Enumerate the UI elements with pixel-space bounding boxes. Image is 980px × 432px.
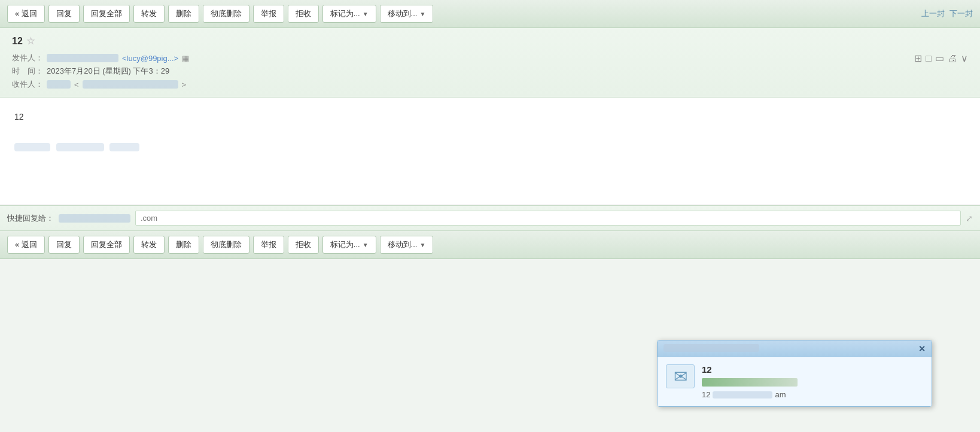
email-subject-row: 12 ☆ (12, 35, 968, 47)
quick-reply-bar: 快捷回复给： ⤢ (0, 205, 980, 231)
from-row: 发件人： <lucy@99pig...> ▦ (12, 53, 189, 63)
to-label: 收件人： (12, 79, 43, 90)
sig-blur-1 (14, 143, 50, 151)
reply-button-top[interactable]: 回复 (48, 5, 80, 23)
email-body-text: 12 (14, 112, 966, 121)
delete-button-top[interactable]: 删除 (168, 5, 199, 23)
more-icon[interactable]: ∨ (961, 53, 968, 64)
mark-as-arrow-bottom-icon: ▼ (363, 242, 369, 248)
from-name-blur (47, 54, 118, 62)
reply-all-button-top[interactable]: 回复全部 (83, 5, 130, 23)
move-to-arrow-icon: ▼ (419, 11, 425, 17)
sig-blur-2 (56, 143, 104, 151)
report-button-bottom[interactable]: 举报 (253, 236, 284, 254)
email-action-icons: ⊞ □ ▭ 🖨 ∨ (914, 53, 968, 64)
move-to-button-top[interactable]: 移动到... ▼ (380, 5, 434, 23)
resize-handle-icon[interactable]: ⤢ (966, 214, 973, 223)
time-row: 时 间： 2023年7月20日 (星期四) 下午3：29 (12, 66, 189, 77)
reject-button-top[interactable]: 拒收 (288, 5, 319, 23)
forward-button-top[interactable]: 转发 (133, 5, 165, 23)
print-icon[interactable]: 🖨 (948, 53, 957, 64)
quick-reply-label: 快捷回复给： (7, 213, 54, 224)
time-label: 时 间： (12, 66, 43, 77)
mark-as-button-bottom[interactable]: 标记为... ▼ (322, 236, 376, 254)
delete-perm-button-top[interactable]: 彻底删除 (203, 5, 249, 23)
sig-blur-3 (109, 143, 139, 151)
to-name-blur (47, 80, 71, 89)
top-toolbar: « 返回 回复 回复全部 转发 删除 彻底删除 举报 拒收 标记为... ▼ 移… (0, 0, 980, 28)
delete-perm-button-bottom[interactable]: 彻底删除 (203, 236, 249, 254)
move-to-button-bottom[interactable]: 移动到... ▼ (380, 236, 434, 254)
reply-button-bottom[interactable]: 回复 (48, 236, 80, 254)
email-header: 12 ☆ 发件人： <lucy@99pig...> ▦ 时 间： 2023年7月… (0, 28, 980, 98)
reject-button-bottom[interactable]: 拒收 (288, 236, 319, 254)
quick-reply-input[interactable] (135, 211, 961, 226)
delete-button-bottom[interactable]: 删除 (168, 236, 199, 254)
to-row: 收件人： < > (12, 79, 189, 90)
next-email-link[interactable]: 下一封 (949, 8, 973, 19)
nav-links: 上一封 下一封 (921, 8, 973, 19)
expand-icon[interactable]: □ (926, 53, 932, 64)
report-button-top[interactable]: 举报 (253, 5, 284, 23)
back-button-top[interactable]: « 返回 (7, 5, 45, 23)
back-button-bottom[interactable]: « 返回 (7, 236, 45, 254)
address-book-icon[interactable]: ▦ (182, 54, 189, 63)
from-label: 发件人： (12, 53, 43, 63)
to-bracket-open: < (74, 80, 79, 89)
header-actions-row: 发件人： <lucy@99pig...> ▦ 时 间： 2023年7月20日 (… (12, 53, 968, 90)
forward-button-bottom[interactable]: 转发 (133, 236, 165, 254)
move-to-arrow-bottom-icon: ▼ (419, 242, 425, 248)
bottom-toolbar: « 返回 回复 回复全部 转发 删除 彻底删除 举报 拒收 标记为... ▼ 移… (0, 231, 980, 259)
email-meta: 发件人： <lucy@99pig...> ▦ 时 间： 2023年7月20日 (… (12, 53, 189, 90)
time-value: 2023年7月20日 (星期四) 下午3：29 (47, 66, 169, 77)
quick-reply-recipient-blur (59, 214, 130, 223)
to-email-blur (83, 80, 178, 89)
star-icon[interactable]: ☆ (26, 35, 35, 47)
to-bracket-close: > (182, 80, 187, 89)
pop-out-icon[interactable]: ⊞ (914, 53, 922, 64)
prev-email-link[interactable]: 上一封 (921, 8, 945, 19)
from-email: <lucy@99pig...> (122, 54, 178, 63)
reply-all-button-bottom[interactable]: 回复全部 (83, 236, 130, 254)
email-signature-area (14, 133, 966, 153)
window-icon[interactable]: ▭ (935, 53, 944, 64)
mark-as-button-top[interactable]: 标记为... ▼ (322, 5, 376, 23)
mark-as-arrow-icon: ▼ (363, 11, 369, 17)
email-subject-text: 12 (12, 36, 23, 47)
email-body: 12 (0, 98, 980, 205)
